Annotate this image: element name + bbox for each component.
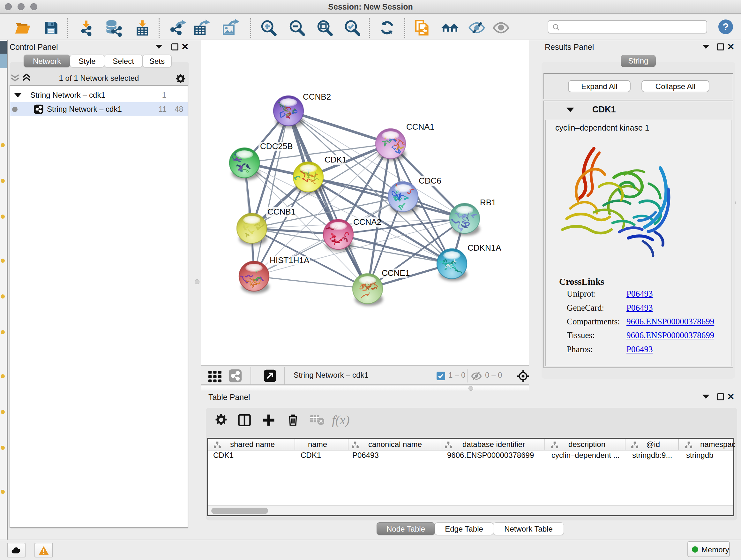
svg-text:CCNA1: CCNA1 bbox=[406, 122, 434, 132]
svg-text:HIST1H1A: HIST1H1A bbox=[270, 255, 310, 265]
svg-text:CDC25B: CDC25B bbox=[260, 141, 293, 151]
svg-text:CCNE1: CCNE1 bbox=[382, 268, 410, 278]
svg-text:CDK1: CDK1 bbox=[325, 155, 347, 165]
svg-text:CCNA2: CCNA2 bbox=[353, 217, 381, 227]
svg-text:RB1: RB1 bbox=[480, 198, 496, 207]
svg-text:CDKN1A: CDKN1A bbox=[468, 243, 501, 253]
svg-text:CDC6: CDC6 bbox=[419, 176, 441, 186]
svg-text:CCNB2: CCNB2 bbox=[303, 92, 331, 102]
svg-text:CCNB1: CCNB1 bbox=[267, 207, 295, 216]
